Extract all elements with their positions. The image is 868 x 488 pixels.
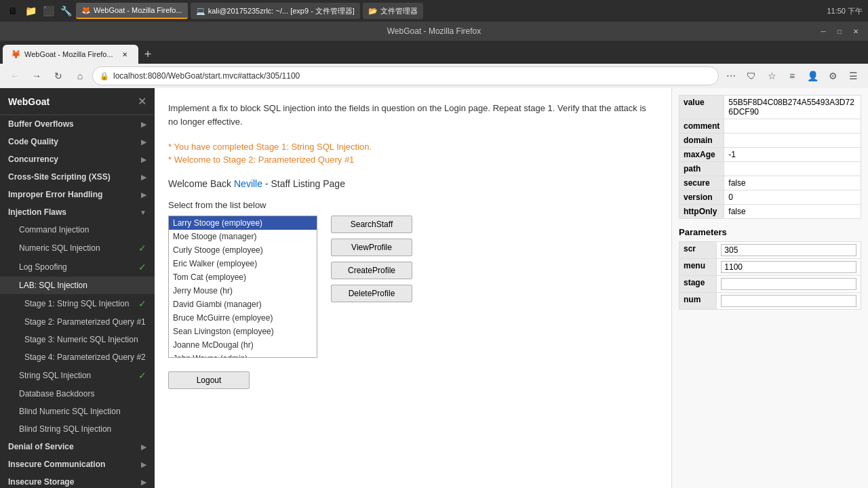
sidebar-item-concurrency[interactable]: Concurrency ▶ [0, 150, 155, 168]
staff-list-item-7[interactable]: Bruce McGuirre (employee) [169, 311, 317, 325]
sidebar-label-blind-numeric: Blind Numeric SQL Injection [19, 407, 121, 416]
check-icon-log-spoofing: ✓ [138, 262, 146, 272]
menu-button[interactable]: ☰ [844, 66, 863, 85]
cookie-val: -1 [724, 148, 861, 162]
param-input[interactable] [721, 295, 856, 307]
taskbar-app-icon-1[interactable]: 🖥 [5, 3, 20, 18]
sidebar-item-numeric-sql[interactable]: Numeric SQL Injection ✓ [0, 239, 155, 258]
param-key: scr [679, 242, 717, 259]
staff-list-item-10[interactable]: John Wayne (admin) [169, 352, 317, 358]
sidebar-close-button[interactable]: ✕ [138, 95, 146, 108]
staff-list-item-2[interactable]: Curly Stooge (employee) [169, 243, 317, 257]
active-tab[interactable]: 🦊 WebGoat - Mozilla Firefo... ✕ [3, 45, 138, 64]
chevron-right-icon-8: ▶ [141, 479, 146, 486]
taskbar: 🖥 📁 ⬛ 🔧 🦊 WebGoat - Mozilla Firefo... 💻 … [0, 0, 868, 22]
sidebar-item-blind-string[interactable]: Blind String SQL Injection [0, 420, 155, 438]
sidebar-item-xss[interactable]: Cross-Site Scripting (XSS) ▶ [0, 168, 155, 186]
param-key: menu [679, 259, 717, 276]
sidebar-item-lab-sql[interactable]: LAB: SQL Injection [0, 277, 155, 294]
sidebar-item-dos[interactable]: Denial of Service ▶ [0, 438, 155, 455]
sidebar-item-buffer-overflows[interactable]: Buffer Overflows ▶ [0, 115, 155, 133]
reload-button[interactable]: ↻ [49, 66, 68, 85]
staff-list-item-3[interactable]: Eric Walker (employee) [169, 257, 317, 270]
logout-button[interactable]: Logout [168, 371, 250, 389]
taskbar-app-icon-3[interactable]: ⬛ [41, 3, 56, 18]
delete-profile-button[interactable]: DeleteProfile [331, 285, 412, 302]
param-val[interactable] [717, 259, 861, 276]
cookie-table: value55B5F8D4C08B274A55493A3D726DCF90com… [679, 95, 861, 219]
success-section: * You have completed Stage 1: String SQL… [168, 142, 658, 165]
forward-button[interactable]: → [27, 66, 46, 85]
welcome-suffix: - Staff Listing Page [265, 178, 345, 189]
cookie-row: maxAge-1 [679, 148, 861, 162]
account-button[interactable]: 👤 [803, 66, 822, 85]
staff-list-item-6[interactable]: David Giambi (manager) [169, 298, 317, 311]
logout-area: Logout [168, 366, 658, 389]
browser-content: WebGoat ✕ Buffer Overflows ▶ Code Qualit… [0, 88, 868, 488]
maximize-button[interactable]: □ [833, 24, 846, 38]
back-button[interactable]: ← [5, 66, 24, 85]
tab-close-button[interactable]: ✕ [119, 49, 130, 60]
new-tab-button[interactable]: + [138, 45, 157, 64]
staff-list[interactable]: Larry Stooge (employee) Moe Stooge (mana… [168, 216, 317, 358]
staff-list-item-8[interactable]: Sean Livingston (employee) [169, 325, 317, 338]
staff-list-item-0[interactable]: Larry Stooge (employee) [169, 216, 317, 230]
sidebar-item-stage4[interactable]: Stage 4: Parameterized Query #2 [0, 348, 155, 366]
sidebar-item-blind-numeric[interactable]: Blind Numeric SQL Injection [0, 403, 155, 420]
close-button[interactable]: ✕ [849, 24, 863, 38]
cookie-val: false [724, 176, 861, 190]
bookmark-button[interactable]: ☆ [762, 66, 781, 85]
param-val[interactable] [717, 293, 861, 310]
sidebar-label-stage1: Stage 1: String SQL Injection [24, 299, 129, 308]
cookie-row: path [679, 162, 861, 176]
reader-view-button[interactable]: ≡ [783, 66, 802, 85]
sidebar-item-stage2[interactable]: Stage 2: Parameterized Query #1 [0, 313, 155, 331]
param-row: stage [679, 276, 861, 293]
create-profile-button[interactable]: CreateProfile [331, 262, 412, 279]
param-input[interactable] [721, 261, 856, 273]
sidebar-item-stage3[interactable]: Stage 3: Numeric SQL Injection [0, 331, 155, 348]
shield-button[interactable]: 🛡 [742, 66, 761, 85]
sidebar-item-insecure-comm[interactable]: Insecure Communication ▶ [0, 455, 155, 473]
sidebar-label-buffer-overflows: Buffer Overflows [8, 119, 74, 129]
webpage: Implement a fix to block SQL injection i… [155, 88, 868, 488]
cookie-key: secure [679, 176, 724, 190]
param-input[interactable] [721, 278, 856, 290]
main-content: Implement a fix to block SQL injection i… [155, 88, 671, 488]
sidebar-item-improper-error[interactable]: Improper Error Handling ▶ [0, 186, 155, 203]
sidebar-item-log-spoofing[interactable]: Log Spoofing ✓ [0, 258, 155, 277]
search-staff-button[interactable]: SearchStaff [331, 216, 412, 233]
sidebar-item-insecure-storage[interactable]: Insecure Storage ▶ [0, 473, 155, 488]
staff-list-item-4[interactable]: Tom Cat (employee) [169, 270, 317, 284]
param-val[interactable] [717, 276, 861, 293]
settings-button[interactable]: ⚙ [823, 66, 842, 85]
sidebar-item-string-sql[interactable]: String SQL Injection ✓ [0, 366, 155, 385]
sidebar-label-concurrency: Concurrency [8, 155, 58, 164]
sidebar-item-code-quality[interactable]: Code Quality ▶ [0, 133, 155, 150]
staff-list-item-9[interactable]: Joanne McDougal (hr) [169, 338, 317, 352]
minimize-button[interactable]: ─ [816, 24, 830, 38]
sidebar-item-db-backdoors[interactable]: Database Backdoors [0, 385, 155, 403]
sidebar-item-command-injection[interactable]: Command Injection [0, 221, 155, 239]
home-button[interactable]: ⌂ [71, 66, 90, 85]
sidebar-item-stage1[interactable]: Stage 1: String SQL Injection ✓ [0, 294, 155, 313]
param-input[interactable] [721, 244, 856, 256]
taskbar-firefox[interactable]: 🦊 WebGoat - Mozilla Firefo... [76, 3, 188, 19]
staff-controls: Larry Stooge (employee) Moe Stooge (mana… [168, 216, 658, 358]
taskbar-app-icon-2[interactable]: 📁 [23, 3, 38, 18]
taskbar-filemanager[interactable]: 📂 文件管理器 [363, 3, 423, 19]
filemanager-label: 文件管理器 [380, 6, 418, 16]
sidebar-label-stage2: Stage 2: Parameterized Query #1 [24, 317, 146, 327]
staff-list-item-5[interactable]: Jerry Mouse (hr) [169, 284, 317, 298]
taskbar-app-icon-4[interactable]: 🔧 [58, 3, 73, 18]
view-profile-button[interactable]: ViewProfile [331, 239, 412, 256]
welcome-user-link[interactable]: Neville [234, 178, 262, 189]
taskbar-terminal[interactable]: 💻 kali@20175235zrlc: ~/... [exp9 - 文件管理器… [191, 3, 360, 19]
sidebar-item-injection-flaws[interactable]: Injection Flaws ▼ [0, 203, 155, 221]
url-bar[interactable]: 🔒 localhost:8080/WebGoat/start.mvc#attac… [92, 66, 719, 85]
more-tools-button[interactable]: ⋯ [722, 66, 741, 85]
staff-listing: Welcome Back Neville - Staff Listing Pag… [168, 178, 658, 389]
staff-list-item-1[interactable]: Moe Stooge (manager) [169, 230, 317, 243]
sidebar-label-db-backdoors: Database Backdoors [19, 389, 94, 399]
param-val[interactable] [717, 242, 861, 259]
